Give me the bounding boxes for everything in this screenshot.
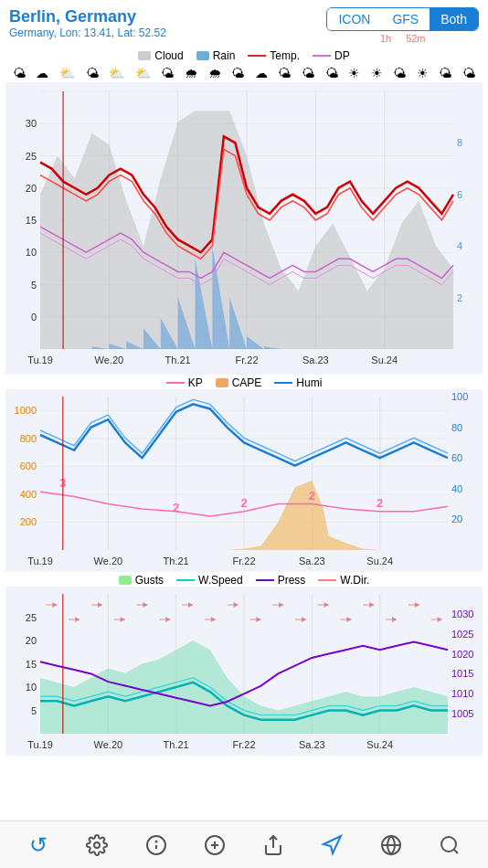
weather-icon: ⛅ xyxy=(135,66,151,80)
header: Berlin, Germany Germany, Lon: 13.41, Lat… xyxy=(0,0,488,48)
wdir-icon xyxy=(318,579,336,581)
both-button[interactable]: Both xyxy=(430,8,478,30)
svg-point-0 xyxy=(94,842,100,848)
weather-icon: 🌤 xyxy=(278,66,291,80)
weather-icon: ☀ xyxy=(417,66,429,80)
toolbar: ↺ xyxy=(0,820,488,868)
chart3-legend: Gusts W.Speed Press W.Dir. xyxy=(0,572,488,587)
settings-button[interactable] xyxy=(79,827,115,863)
weather-icon: 🌤 xyxy=(439,66,451,80)
weather-icon: 🌧 xyxy=(208,66,221,80)
globe-button[interactable] xyxy=(373,827,409,863)
cape-icon xyxy=(216,378,228,387)
gusts-icon xyxy=(119,576,132,585)
weather-icon: 🌤 xyxy=(302,66,314,80)
location-button[interactable] xyxy=(313,827,350,863)
rain-label: Rain xyxy=(213,49,236,62)
gfs-time: 52m xyxy=(406,33,425,44)
refresh-button[interactable]: ↺ xyxy=(20,827,57,863)
humidity-chart xyxy=(5,389,483,572)
kp-icon xyxy=(166,382,185,384)
humi-legend: Humi xyxy=(274,376,322,389)
info-button[interactable] xyxy=(138,827,175,863)
weather-icon: 🌧 xyxy=(185,66,197,80)
wspeed-legend: W.Speed xyxy=(176,574,243,587)
cloud-label: Cloud xyxy=(154,49,183,62)
gusts-label: Gusts xyxy=(135,574,164,587)
kp-label: KP xyxy=(188,376,203,389)
weather-icon: ☁ xyxy=(255,66,268,80)
model-times: 1h 52m xyxy=(380,33,426,44)
chart2-container xyxy=(5,389,483,572)
chart1-container xyxy=(5,82,483,375)
search-button[interactable] xyxy=(431,827,468,863)
wind-chart xyxy=(5,587,483,756)
location-info: Berlin, Germany Germany, Lon: 13.41, Lat… xyxy=(9,7,166,39)
press-label: Press xyxy=(278,574,306,587)
chart1-legend: Cloud Rain Temp. DP xyxy=(0,48,488,64)
weather-icon: 🌤 xyxy=(161,66,174,80)
weather-icon: 🌤 xyxy=(462,66,475,80)
add-button[interactable] xyxy=(196,827,233,863)
coords: Germany, Lon: 13.41, Lat: 52.52 xyxy=(9,26,166,39)
humi-label: Humi xyxy=(296,376,322,389)
weather-icon: ⛅ xyxy=(109,66,124,80)
wdir-label: W.Dir. xyxy=(340,574,369,587)
gusts-legend: Gusts xyxy=(119,574,164,587)
weather-icon: 🌤 xyxy=(86,66,99,80)
press-legend: Press xyxy=(256,574,306,587)
weather-icon: 🌤 xyxy=(325,66,338,80)
model-buttons: ICON GFS Both xyxy=(326,7,479,31)
share-button[interactable] xyxy=(255,827,292,863)
weather-icon: 🌤 xyxy=(13,66,26,80)
weather-icon: ☁ xyxy=(36,66,48,80)
cape-label: CAPE xyxy=(232,376,262,389)
weather-icons-row: 🌤☁⛅🌤⛅⛅🌤🌧🌧🌤☁🌤🌤🌤☀☀🌤☀🌤🌤 xyxy=(0,64,488,82)
svg-line-12 xyxy=(454,849,458,852)
chart3-container xyxy=(5,587,483,756)
weather-icon: 🌤 xyxy=(231,66,244,80)
temp-icon xyxy=(248,55,266,57)
dp-label: DP xyxy=(334,49,350,62)
model-selector: ICON GFS Both 1h 52m xyxy=(326,7,479,44)
icon-button[interactable]: ICON xyxy=(327,8,381,30)
svg-point-11 xyxy=(441,837,456,852)
rain-legend: Rain xyxy=(196,49,236,62)
chart2-legend: KP CAPE Humi xyxy=(0,375,488,389)
kp-legend: KP xyxy=(166,376,203,389)
dp-legend: DP xyxy=(313,49,350,62)
weather-icon: 🌤 xyxy=(393,66,406,80)
gfs-button[interactable]: GFS xyxy=(381,8,430,30)
wspeed-label: W.Speed xyxy=(198,574,243,587)
weather-icon: ☀ xyxy=(348,66,360,80)
rain-icon xyxy=(196,51,209,60)
svg-marker-8 xyxy=(324,836,341,853)
icon-time: 1h xyxy=(380,33,391,44)
humi-icon xyxy=(274,382,292,384)
temperature-chart xyxy=(5,82,483,375)
temp-legend: Temp. xyxy=(248,49,300,62)
cloud-icon xyxy=(138,51,151,60)
city-name: Berlin, Germany xyxy=(9,7,166,26)
weather-icon: ☀ xyxy=(371,66,383,80)
temp-label: Temp. xyxy=(270,49,300,62)
wspeed-icon xyxy=(176,579,195,581)
weather-icon: ⛅ xyxy=(59,66,75,80)
cape-legend: CAPE xyxy=(216,376,262,389)
wdir-legend: W.Dir. xyxy=(318,574,369,587)
press-icon xyxy=(256,579,274,581)
cloud-legend: Cloud xyxy=(138,49,183,62)
dp-icon xyxy=(313,55,331,57)
